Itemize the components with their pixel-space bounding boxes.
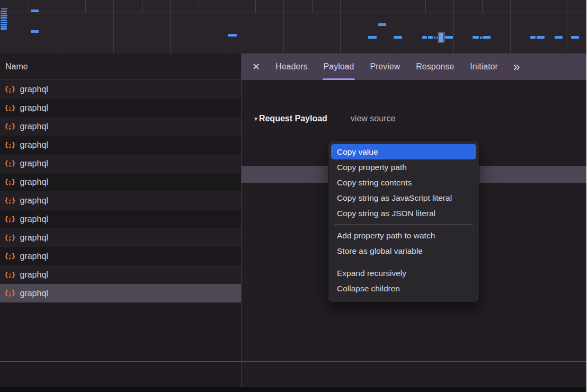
context-menu-item[interactable]: Copy string as JavaScript literal <box>331 190 476 206</box>
waterfall-bar <box>378 23 386 26</box>
request-row[interactable]: {;}graphql <box>0 117 241 136</box>
waterfall-bar <box>422 36 427 39</box>
section-expanded-icon[interactable]: ▼ <box>253 116 259 122</box>
json-request-icon: {;} <box>4 178 15 186</box>
overview-gridline <box>283 0 284 54</box>
tab-initiator[interactable]: Initiator <box>470 54 497 80</box>
context-menu-item[interactable]: Copy string as JSON literal <box>331 206 476 221</box>
overview-gridline <box>567 0 567 54</box>
context-menu-item-label: Copy string contents <box>337 178 412 188</box>
context-menu-item[interactable]: Add property path to watch <box>331 228 476 243</box>
waterfall-bar <box>483 36 491 39</box>
name-column-header[interactable]: Name <box>0 54 241 80</box>
waterfall-bar <box>428 36 433 39</box>
json-request-icon: {;} <box>4 215 15 223</box>
overview-ruler-tick <box>29 0 29 13</box>
request-row[interactable]: {;}graphql <box>0 265 241 284</box>
json-request-icon: {;} <box>4 85 15 93</box>
details-tabs: HeadersPayloadPreviewResponseInitiator <box>275 54 498 80</box>
network-overview[interactable] <box>0 0 586 54</box>
waterfall-bar <box>368 36 377 39</box>
waterfall-bar <box>1 15 7 16</box>
overview-ruler-tick <box>142 0 142 13</box>
request-row[interactable]: {;}graphql <box>0 173 241 191</box>
json-request-icon: {;} <box>4 252 15 260</box>
request-row[interactable]: {;}graphql <box>0 136 241 154</box>
tab-headers[interactable]: Headers <box>275 54 307 80</box>
waterfall-bar <box>555 36 563 39</box>
request-name: graphql <box>20 196 48 206</box>
request-name: graphql <box>20 159 48 168</box>
tab-payload[interactable]: Payload <box>324 54 354 80</box>
json-request-icon: {;} <box>4 271 15 279</box>
waterfall-bar <box>480 37 482 39</box>
waterfall-bar <box>444 36 453 39</box>
more-tabs-icon[interactable]: » <box>513 61 519 73</box>
request-row[interactable]: {;}graphql <box>0 228 241 247</box>
tab-response[interactable]: Response <box>416 54 454 80</box>
overview-ruler-tick <box>369 0 369 13</box>
panel-divider[interactable] <box>241 54 242 387</box>
context-menu-item[interactable]: Copy value <box>331 144 476 159</box>
waterfall-bar <box>537 36 545 39</box>
request-name: graphql <box>20 270 48 280</box>
request-row[interactable]: {;}graphql <box>0 154 241 173</box>
overview-gridline <box>113 0 114 54</box>
context-menu-item[interactable]: Copy string contents <box>331 175 476 190</box>
overview-ruler-tick <box>312 0 313 13</box>
context-menu-item-label: Store as global variable <box>337 246 423 256</box>
request-list-panel: Name {;}graphql{;}graphql{;}graphql{;}gr… <box>0 54 241 392</box>
context-menu-item-label: Copy property path <box>337 163 407 172</box>
json-request-icon: {;} <box>4 289 15 297</box>
waterfall-bar <box>1 17 7 19</box>
overview-gridline <box>340 0 341 54</box>
request-row[interactable]: {;}graphql <box>0 284 241 302</box>
request-name: graphql <box>20 177 48 187</box>
request-payload-section[interactable]: ▼ Request Payload view source <box>253 114 395 123</box>
context-menu-separator <box>334 224 473 225</box>
json-request-icon: {;} <box>4 159 15 167</box>
waterfall-bar <box>1 22 7 23</box>
context-menu-item[interactable]: Expand recursively <box>331 265 476 281</box>
context-menu-item[interactable]: Copy property path <box>331 159 476 175</box>
waterfall-bar <box>228 34 237 37</box>
waterfall-bar <box>394 36 402 39</box>
request-row[interactable]: {;}graphql <box>0 191 241 210</box>
window-bottom-bar <box>0 387 586 392</box>
request-name: graphql <box>20 122 48 131</box>
close-icon[interactable]: ✕ <box>252 62 260 72</box>
overview-selection-marker[interactable] <box>438 32 445 43</box>
details-tabbar: ✕ HeadersPayloadPreviewResponseInitiator… <box>242 54 586 80</box>
overview-gridline <box>510 0 511 54</box>
devtools-window: Name {;}graphql{;}graphql{;}graphql{;}gr… <box>0 0 588 392</box>
request-name: graphql <box>20 85 48 94</box>
json-request-icon: {;} <box>4 122 15 130</box>
request-row[interactable]: {;}graphql <box>0 210 241 228</box>
tab-label: Response <box>416 62 454 72</box>
waterfall-bar <box>1 8 7 10</box>
waterfall-bar <box>571 36 579 39</box>
waterfall-bar <box>1 24 7 25</box>
waterfall-bar <box>31 10 39 12</box>
context-menu-item[interactable]: Store as global variable <box>331 243 476 259</box>
context-menu-item-label: Copy value <box>337 147 378 157</box>
devtools-network-panel: Name {;}graphql{;}graphql{;}graphql{;}gr… <box>0 0 586 392</box>
request-name: graphql <box>20 289 48 298</box>
context-menu-item[interactable]: Collapse children <box>331 281 476 296</box>
context-menu-item-label: Collapse children <box>337 284 400 293</box>
context-menu-item-label: Copy string as JSON literal <box>337 209 435 218</box>
request-rows: {;}graphql{;}graphql{;}graphql{;}graphql… <box>0 80 241 302</box>
request-row[interactable]: {;}graphql <box>0 99 241 117</box>
waterfall-bar <box>31 30 39 33</box>
request-row[interactable]: {;}graphql <box>0 247 241 265</box>
tab-preview[interactable]: Preview <box>370 54 400 80</box>
request-row[interactable]: {;}graphql <box>0 80 241 99</box>
overview-gridline <box>227 0 227 54</box>
view-source-link[interactable]: view source <box>351 114 395 123</box>
overview-gridline <box>453 0 454 54</box>
tab-label: Payload <box>324 62 354 72</box>
overview-ruler-tick <box>199 0 199 13</box>
overview-selection-bar <box>439 33 443 42</box>
overview-ruler-tick <box>85 0 86 13</box>
overview-gridline <box>397 0 397 54</box>
